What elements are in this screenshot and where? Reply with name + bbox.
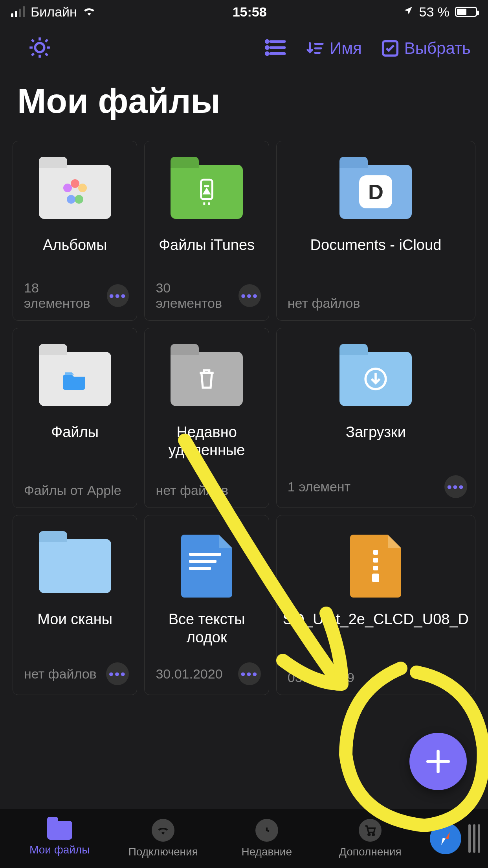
svg-point-4 [266,40,268,42]
folder-downloads-icon [339,346,412,412]
browser-button[interactable] [430,823,461,854]
select-label: Выбрать [404,39,471,58]
wifi-icon [83,5,96,18]
tile-more-button[interactable]: ••• [107,284,129,307]
status-bar: Билайн 15:58 53 % [0,0,488,24]
page-title: Мои файлы [0,69,488,141]
tile-archive-file[interactable]: SO_UInt_2e_CLCD_U08_D 03.07.2019 [276,515,475,695]
file-grid: Альбомы 18 элементов ••• Файлы iTunes 30… [0,141,488,695]
tile-sub: 03.07.2019 [288,670,354,685]
tile-more-button[interactable]: ••• [106,662,129,685]
tab-connections[interactable]: Подключения [112,819,215,858]
select-button[interactable]: Выбрать [382,39,471,58]
folder-photos-icon [39,158,111,225]
tile-documents-icloud[interactable]: D Documents - iCloud нет файлов [276,141,475,321]
svg-point-0 [35,43,44,52]
tile-files[interactable]: Файлы Файлы от Apple [13,328,137,508]
svg-point-6 [266,53,268,55]
tile-sub: 30 элементов [156,280,238,311]
tile-sub: Файлы от Apple [24,483,121,498]
svg-point-5 [266,46,268,48]
status-left: Билайн [11,4,96,20]
tile-document-file[interactable]: Все тексты лодок 30.01.2020 ••• [144,515,269,695]
toolbar: Имя Выбрать [0,24,488,69]
document-file-icon [181,533,232,600]
tab-my-files[interactable]: Мои файлы [8,821,112,856]
multitask-button[interactable] [468,824,480,853]
status-time: 15:58 [233,4,267,20]
settings-button[interactable] [28,35,52,61]
tile-scans[interactable]: Мои сканы нет файлов ••• [13,515,137,695]
archive-file-icon [350,533,401,600]
folder-files-icon [39,346,111,412]
folder-itunes-icon [171,158,243,225]
tile-label: Файлы [45,412,105,456]
tile-label: Мои сканы [31,600,119,643]
tab-recent[interactable]: Недавние [215,819,319,858]
tile-itunes[interactable]: Файлы iTunes 30 элементов ••• [144,141,269,321]
tile-albums[interactable]: Альбомы 18 элементов ••• [13,141,137,321]
folder-documents-icon: D [339,158,412,225]
battery-text: 53 % [419,4,449,20]
tile-trash[interactable]: Недавно удаленные нет файлов [144,328,269,508]
tab-addons[interactable]: Дополнения [319,819,422,858]
location-icon [403,6,413,18]
wifi-icon [152,819,174,842]
tile-sub: 30.01.2020 [156,666,222,682]
tile-label: SO_UInt_2e_CLCD_U08_D [277,600,475,643]
add-button[interactable] [409,733,467,790]
sort-button[interactable]: Имя [306,39,362,58]
tab-label: Мои файлы [29,844,90,856]
tile-more-button[interactable]: ••• [444,475,467,498]
tile-sub: нет файлов [288,296,360,311]
tile-more-button[interactable]: ••• [238,662,261,685]
folder-icon [47,821,72,840]
tile-label: Все тексты лодок [145,600,268,646]
cart-icon [359,819,382,842]
tile-sub: 18 элементов [24,280,107,311]
tab-label: Подключения [128,846,198,858]
tile-label: Загрузки [339,412,412,456]
tile-sub: нет файлов [156,483,228,498]
tile-label: Недавно удаленные [145,412,268,459]
tile-more-button[interactable]: ••• [238,284,261,307]
tab-label: Дополнения [339,846,402,858]
tab-label: Недавние [241,846,292,858]
tile-label: Альбомы [37,225,114,268]
tile-label: Файлы iTunes [152,225,261,268]
battery-fill [457,9,466,15]
tile-sub: нет файлов [24,666,97,682]
battery-icon [455,7,477,17]
folder-trash-icon [171,346,243,412]
svg-point-19 [368,833,370,835]
signal-icon [11,6,25,17]
svg-point-20 [372,833,374,835]
carrier-label: Билайн [31,4,77,20]
clock-icon [255,819,278,842]
folder-scans-icon [39,533,111,600]
bottom-tab-bar: Мои файлы Подключения Недавние Дополнени… [0,809,488,868]
tile-downloads[interactable]: Загрузки 1 элемент ••• [276,328,475,508]
tile-sub: 1 элемент [288,479,350,495]
status-right: 53 % [403,4,477,20]
tile-label: Documents - iCloud [304,225,448,268]
view-list-button[interactable] [265,39,286,58]
sort-label: Имя [330,39,362,58]
